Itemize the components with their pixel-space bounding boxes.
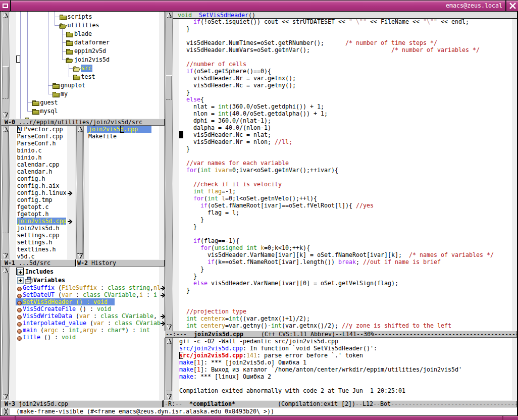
directory-tree-row[interactable]: src <box>1 64 159 73</box>
source-file-item[interactable]: calendar.cpp <box>1 161 76 168</box>
directory-tree-row[interactable]: gnuplot <box>1 81 159 90</box>
code-line[interactable]: int centery=var.getny()-int(var.getnx()/… <box>179 322 451 329</box>
code-line[interactable]: if(k==oSet.fNameRoot[ivar].length()) bre… <box>179 258 441 266</box>
scrollbar-thumb[interactable] <box>3 66 9 98</box>
ecb-directories-window[interactable]: scripts utilities blade dataformer eppim… <box>1 12 165 119</box>
code-line[interactable]: //check if it is velocity <box>179 181 282 188</box>
source-file-item[interactable]: config.h <box>1 175 76 182</box>
scrollbar-up-arrow[interactable] <box>166 12 172 18</box>
scrollbar-up-arrow[interactable] <box>166 338 172 344</box>
code-line[interactable]: vis5dHeader.Nr = nlon; //ll; <box>179 138 292 145</box>
history-scrollbar[interactable] <box>76 126 84 259</box>
scrollbar-down-arrow[interactable] <box>166 394 172 400</box>
ecb-sources-window[interactable]: AEPvector.cppParseConf.cppParseConf.hbin… <box>1 126 76 259</box>
directory-tree-row[interactable]: test <box>1 73 159 81</box>
directory-tree-row[interactable]: scripts <box>1 13 159 21</box>
scrollbar-down-arrow[interactable] <box>3 394 9 400</box>
directory-tree-row[interactable]: dataformer <box>1 38 159 47</box>
scrollbar-thumb[interactable] <box>3 272 9 394</box>
code-line[interactable]: vis5dHeader.VarName[ivar][k] = oSet.fNam… <box>179 251 494 258</box>
scrollbar-down-arrow[interactable] <box>3 112 9 118</box>
code-line[interactable]: } <box>179 89 190 96</box>
scrollbar-up-arrow[interactable] <box>3 267 9 273</box>
source-file-item[interactable]: settings.h <box>1 239 76 246</box>
scrollbar-thumb[interactable] <box>3 131 9 233</box>
methods-modeline[interactable]: W-3 join2vis5d.cpp <box>1 400 163 407</box>
history-item[interactable]: Makefile <box>76 133 165 140</box>
sources-modeline[interactable]: W-1 ...5d/src <box>1 259 75 267</box>
scrollbar-thumb[interactable] <box>166 344 172 391</box>
methods-group-row[interactable]: Variables <box>1 276 159 285</box>
code-line[interactable]: //number of cells <box>179 61 246 68</box>
code-line[interactable]: dphi = 360.0/(nlat-1); <box>179 117 271 124</box>
source-file-item[interactable]: join2vis5d.h <box>1 225 76 232</box>
source-file-item[interactable]: ParseConf.cpp <box>1 133 76 140</box>
method-item[interactable]: Vis5dWriteData (var : class CVariable, <box>1 312 165 320</box>
code-line[interactable]: if(flag==-1){ <box>179 237 239 244</box>
code-line[interactable]: vis5dHeader.NumTimes=oSet.getRNumber(); … <box>179 39 437 46</box>
method-item[interactable]: SetDateUT (var : class CVariable,i : i <box>1 291 165 298</box>
source-file-item[interactable]: calendar.h <box>1 168 76 175</box>
directories-scrollbar[interactable] <box>2 12 10 119</box>
directory-tree-row[interactable]: mysql <box>1 107 159 116</box>
code-line[interactable]: if(oSet.getSphere()==0){ <box>179 68 271 75</box>
source-file-item[interactable]: fgetopt.c <box>1 203 76 211</box>
code-line[interactable]: //var names for each variable <box>179 160 289 167</box>
directory-tree-row[interactable]: my <box>1 90 159 98</box>
method-item[interactable]: Vis5dCreateFile () : void <box>1 305 165 312</box>
titlebar[interactable]: emacs@zeus.local <box>0 0 518 12</box>
code-line[interactable]: else vis5dHeader.VarName[ivar][0] = oSet… <box>179 280 398 287</box>
code-line[interactable]: for(int l=0;l<oSet.getnVelo();++l){ <box>179 195 317 202</box>
source-file-item[interactable]: binio.h <box>1 154 76 161</box>
ecb-methods-window[interactable]: Includes Variables GetSuffix (FileSuffix… <box>1 267 165 400</box>
code-line[interactable]: } <box>179 223 197 230</box>
scrollbar-down-arrow[interactable] <box>77 253 83 259</box>
compilation-modeline[interactable]: -R:-- *compilation* (Compilation:exit [2… <box>164 400 517 407</box>
code-line[interactable]: vis5dHeader.Nr = var.getnx(); <box>179 75 296 82</box>
directories-modeline[interactable]: W-0 ...r/eppim/utilities/join2vis5d/src <box>1 119 165 126</box>
source-file-item[interactable]: ParseConf.h <box>1 140 76 147</box>
scrollbar-up-arrow[interactable] <box>3 12 9 18</box>
scrollbar-down-arrow[interactable] <box>166 324 172 330</box>
window-menu-button[interactable] <box>0 1 11 11</box>
scrollbar-up-arrow[interactable] <box>3 126 9 132</box>
source-file-item[interactable]: binio.c <box>1 147 76 154</box>
code-line[interactable]: int centerx=int((var.getnx()+1)/2); <box>179 315 310 322</box>
method-item[interactable]: title () : void <box>1 334 165 341</box>
code-line[interactable]: flag = l; <box>179 209 239 216</box>
code-line[interactable]: nlat = int(360.0/oSet.getdphi()) + 1; <box>179 103 324 110</box>
ecb-history-window[interactable]: join2vis5d.cppMakefile <box>76 126 165 259</box>
source-file-item[interactable]: AEPvector.cpp <box>1 126 76 133</box>
code-line[interactable]: } <box>179 273 197 280</box>
editor-window[interactable]: void SetVis5dHeader() if(!oSet.isquiet()… <box>165 12 517 331</box>
source-file-item[interactable]: fgetopt.h <box>1 211 76 218</box>
source-file-item[interactable]: config.h.aix <box>1 182 76 189</box>
code-line[interactable]: nlon = int(40.0/oSet.getdalpha()) + 1; <box>179 110 328 117</box>
scrollbar-thumb[interactable] <box>77 131 83 254</box>
directory-tree-row[interactable]: guest <box>1 98 159 107</box>
code-line[interactable]: for(unsigned int k=0;k<10;++k){ <box>179 244 310 251</box>
expand-plus-icon[interactable] <box>17 277 24 284</box>
code-line[interactable]: int flag=-1; <box>179 188 236 195</box>
methods-group-row[interactable]: Includes <box>1 268 159 276</box>
scrollbar-up-arrow[interactable] <box>77 126 83 132</box>
code-line[interactable]: if(!oSet.isquiet()) cout << strUTDATESET… <box>179 18 469 25</box>
method-item[interactable]: interpolated_value (var : class CVariab <box>1 320 165 327</box>
methods-scrollbar[interactable] <box>2 267 10 400</box>
sources-scrollbar[interactable] <box>2 126 10 259</box>
source-file-item[interactable]: join2vis5d.cpp <box>1 218 76 225</box>
code-line[interactable]: } <box>179 287 190 294</box>
directory-tree-row[interactable]: join2vis5d <box>1 56 159 64</box>
code-line[interactable]: //projection type <box>179 308 246 315</box>
compilation-line[interactable]: src/join2vis5d.cpp:141: parse error befo… <box>179 352 363 359</box>
compilation-window[interactable]: g++ -c -O2 -Wall -pedantic src/join2vis5… <box>165 338 517 400</box>
scrollbar-down-arrow[interactable] <box>3 253 9 259</box>
compilation-line[interactable]: src/join2vis5d.cpp: In function `void Se… <box>179 345 377 352</box>
directory-tree-row[interactable]: blade <box>1 30 159 38</box>
directory-tree-row[interactable]: utilities <box>1 21 159 30</box>
compilation-scrollbar[interactable] <box>165 338 173 400</box>
method-item[interactable]: main (argc : int,argv : char*) : int <box>1 327 165 334</box>
close-button[interactable] <box>505 1 518 11</box>
method-item[interactable]: SetVis5dHeader () : void <box>1 298 165 305</box>
scrollbar-thumb[interactable] <box>166 75 172 99</box>
